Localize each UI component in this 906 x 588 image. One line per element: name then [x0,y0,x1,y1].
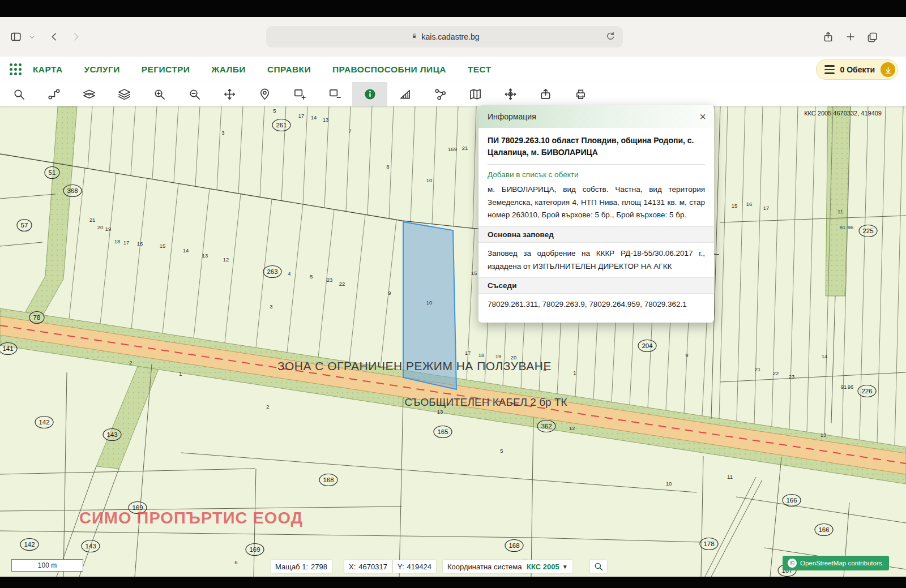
chevron-down-icon[interactable] [27,30,36,44]
svg-text:226: 226 [861,388,872,394]
svg-text:225: 225 [862,228,873,234]
tool-share-nodes[interactable] [422,82,458,106]
svg-text:14: 14 [822,353,828,359]
map-canvas[interactable]: 5171413371692181021201918171615141312452… [0,106,906,577]
svg-text:21: 21 [755,366,761,372]
svg-text:1: 1 [573,370,576,376]
svg-text:22: 22 [339,281,345,287]
nav-item-1[interactable]: УСЛУГИ [84,65,119,75]
measure-route-icon [48,88,61,101]
parcel-description: м. БИВОЛАРИЦА, вид собств. Частна, вид т… [488,183,705,222]
share-icon[interactable] [821,30,835,44]
info-icon [364,88,377,101]
new-tab-icon[interactable] [844,30,857,44]
tool-select-area-remove[interactable] [317,82,352,106]
section-main-order: Основна заповед [478,226,714,243]
share-nodes-icon [434,88,447,101]
svg-text:5: 5 [500,448,503,454]
url-text: kais.cadastre.bg [422,32,480,41]
pan-icon [223,88,236,101]
nav-item-3[interactable]: ЖАЛБИ [211,65,246,75]
svg-text:18: 18 [114,238,121,244]
tool-scale[interactable] [387,82,422,106]
url-field[interactable]: kais.cadastre.bg [266,26,623,48]
tool-search[interactable] [1,82,36,106]
map-scale-bar: 100 m [11,559,83,572]
coordinate-search-button[interactable] [590,560,607,573]
tool-zoom-out[interactable] [177,82,212,106]
svg-text:91: 91 [840,224,846,230]
svg-text:23: 23 [327,277,333,283]
tool-info[interactable] [352,82,387,106]
svg-text:9: 9 [685,352,688,358]
tool-map[interactable] [458,82,493,106]
info-panel-body: ПИ 78029.263.10 област Пловдив, община Р… [478,128,714,323]
svg-text:204: 204 [642,342,653,349]
svg-text:5: 5 [273,108,276,114]
add-to-objects-link[interactable]: Добави в списък с обекти [488,170,705,179]
tool-export[interactable] [528,82,563,106]
select-area-remove-icon [328,88,341,101]
sidebar-toggle-icon[interactable] [9,30,23,44]
svg-text:10: 10 [426,299,433,306]
tabs-overview-icon[interactable] [865,30,879,44]
site-navbar: КАРТАУСЛУГИРЕГИСТРИЖАЛБИСПРАВКИПРАВОСПОС… [0,57,906,82]
objects-pill[interactable]: 0 Обекти [816,59,898,80]
svg-text:362: 362 [541,423,552,430]
tool-print[interactable] [563,82,598,106]
map-icon [469,88,482,101]
svg-text:12: 12 [569,425,575,431]
window-top-bar [0,0,906,17]
nav-item-4[interactable]: СПРАВКИ [267,65,311,75]
svg-text:3: 3 [270,303,272,310]
svg-text:10: 10 [666,480,672,487]
nav-item-2[interactable]: РЕГИСТРИ [142,65,190,75]
svg-text:6: 6 [234,559,237,565]
svg-text:166: 166 [818,526,829,533]
nav-item-0[interactable]: КАРТА [33,65,62,75]
map-toolbar [0,82,906,106]
back-icon[interactable] [48,30,61,44]
svg-text:168: 168 [508,542,519,549]
nav-item-6[interactable]: ТЕСТ [468,65,492,75]
coordinate-y-readout: Y:419424 [393,560,436,573]
tool-layers-flat[interactable] [71,82,106,106]
crs-dropdown[interactable]: ККС 2005 ▼ [522,560,572,573]
tool-zoom-in[interactable] [142,82,177,106]
panel-title: Информация [488,112,536,121]
tool-pan[interactable] [212,82,247,106]
map-scale-readout: Мащаб 1:2798 [271,560,332,573]
svg-text:17: 17 [465,350,471,356]
svg-text:165: 165 [437,428,448,435]
zoom-out-icon [188,88,201,101]
svg-text:141: 141 [2,345,13,352]
svg-text:14: 14 [311,114,317,121]
tool-measure-route[interactable] [36,82,71,106]
svg-text:261: 261 [276,122,287,128]
osm-attribution[interactable]: © OpenStreetMap contributors. [783,556,889,570]
tool-select-area-add[interactable] [282,82,317,106]
app-grid-icon[interactable] [9,63,23,76]
tool-location-pin[interactable] [247,82,282,106]
location-pin-icon [258,88,271,101]
nav-item-5[interactable]: ПРАВОСПОСОБНИ ЛИЦА [332,65,446,75]
download-objects-button[interactable] [881,62,895,77]
info-panel-header: Информация × [478,105,714,128]
svg-text:17: 17 [763,205,770,211]
svg-text:5: 5 [310,273,313,280]
svg-text:178: 178 [703,540,714,547]
forward-icon[interactable] [69,30,83,44]
objects-count-label: 0 Обекти [840,65,875,74]
refresh-icon[interactable] [605,31,617,43]
tool-layers-stack[interactable] [106,82,142,106]
order-text: Заповед за одобрение на КККР РД-18-55/30… [488,247,705,273]
crosshair-icon [504,88,517,101]
neighbors-list: 78029.261.311, 78029.263.9, 78029.264.95… [488,298,705,311]
svg-text:169: 169 [448,146,457,152]
svg-text:1: 1 [179,371,182,377]
close-icon[interactable]: × [699,111,706,122]
svg-text:96: 96 [848,384,854,390]
svg-text:3: 3 [221,130,224,136]
tool-crosshair[interactable] [493,82,528,106]
svg-text:23: 23 [789,374,795,380]
